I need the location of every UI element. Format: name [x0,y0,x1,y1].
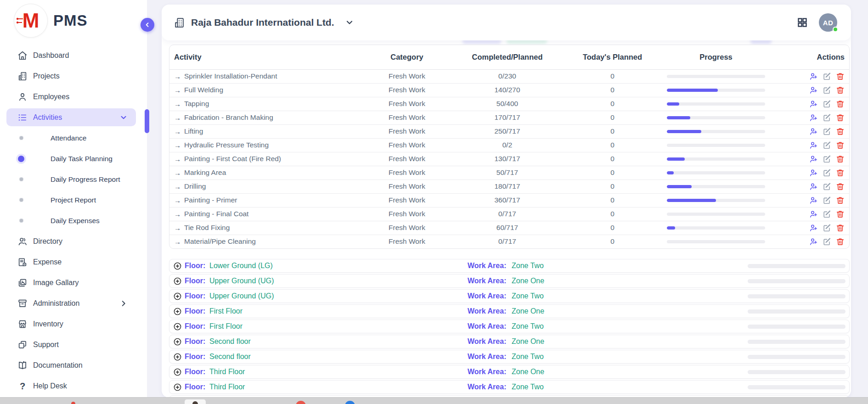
sidebar-item-dashboard[interactable]: Dashboard [0,45,147,66]
expand-plus-icon[interactable] [173,292,182,301]
activity-category: Fresh Work [359,235,455,248]
sidebar-subitem-label: Daily Expenses [51,217,100,225]
taskbar-app-icon[interactable] [185,399,206,404]
sidebar-item-employees[interactable]: Employees [0,86,147,107]
expand-plus-icon[interactable] [173,337,182,346]
floor-row: Floor: First Floor Work Area: Zone Two [169,320,850,333]
receipt-icon [17,257,28,267]
people-icon [17,236,28,247]
add-user-icon[interactable] [809,210,818,219]
bullet-dot-icon [19,177,23,181]
sidebar-collapse-button[interactable] [141,18,154,32]
delete-icon[interactable] [836,155,845,163]
sidebar-item-label: Help Desk [33,382,67,390]
sidebar-item-projects[interactable]: Projects [0,66,147,86]
sidebar-item-documentation[interactable]: Documentation [0,355,147,376]
add-user-icon[interactable] [809,196,818,205]
sidebar-item-support[interactable]: Support [0,334,147,355]
completed-planned-value: 140/270 [455,83,559,97]
delete-icon[interactable] [836,100,845,108]
edit-icon[interactable] [823,141,831,150]
windows-icon [17,340,28,350]
add-user-icon[interactable] [809,168,818,177]
delete-icon[interactable] [836,182,845,191]
edit-icon[interactable] [823,127,831,136]
add-user-icon[interactable] [809,72,818,81]
taskbar-blue-icon[interactable] [345,401,355,404]
delete-icon[interactable] [836,86,845,95]
progress-bar [667,89,765,92]
edit-icon[interactable] [823,237,831,246]
company-selector[interactable]: Raja Bahadur International Ltd. [174,17,354,28]
sidebar-item-administration[interactable]: Administration [0,293,147,314]
delete-icon[interactable] [836,196,845,205]
expand-plus-icon[interactable] [173,322,182,331]
edit-icon[interactable] [823,168,831,177]
apps-grid-icon[interactable] [797,17,808,28]
add-user-icon[interactable] [809,155,818,163]
activity-category: Fresh Work [359,180,455,193]
sidebar-item-expense[interactable]: Expense [0,252,147,272]
sidebar-subitem-project-report[interactable]: Project Report [0,190,147,210]
edit-icon[interactable] [823,72,831,81]
delete-icon[interactable] [836,224,845,232]
edit-icon[interactable] [823,210,831,219]
completed-planned-value: 0/717 [455,207,559,221]
activity-row: →Full Welding Fresh Work 140/270 0 [169,83,850,97]
progress-bar [667,240,765,243]
expand-plus-icon[interactable] [173,368,182,376]
sidebar-subitem-daily-expenses[interactable]: Daily Expenses [0,210,147,231]
add-user-icon[interactable] [809,224,818,232]
sidebar-subitem-daily-task-planning[interactable]: Daily Task Planning [0,148,147,169]
activity-row: →Hydraulic Pressure Testing Fresh Work 0… [169,138,850,152]
edit-icon[interactable] [823,113,831,122]
edit-icon[interactable] [823,86,831,95]
activity-category: Fresh Work [359,152,455,166]
expand-plus-icon[interactable] [173,277,182,286]
delete-icon[interactable] [836,127,845,136]
todays-planned-value: 0 [559,221,665,235]
sidebar-item-activities[interactable]: Activities [0,107,147,128]
book-icon [17,360,28,370]
add-user-icon[interactable] [809,237,818,246]
add-user-icon[interactable] [809,182,818,191]
activity-row: →Marking Area Fresh Work 50/717 0 [169,166,850,180]
edit-icon[interactable] [823,196,831,205]
arrow-right-icon: → [174,114,181,122]
arrow-right-icon: → [174,128,181,135]
edit-icon[interactable] [823,155,831,163]
sidebar-subitem-daily-progress-report[interactable]: Daily Progress Report [0,169,147,190]
floor-label: Floor: [185,335,205,348]
edit-icon[interactable] [823,100,831,108]
taskbar-red-icon[interactable] [296,401,306,404]
add-user-icon[interactable] [809,141,818,150]
add-user-icon[interactable] [809,86,818,95]
delete-icon[interactable] [836,210,845,219]
sidebar-item-image-gallary[interactable]: Image Gallary [0,272,147,293]
floor-row: Floor: Upper Ground (UG) Work Area: Zone… [169,274,850,288]
expand-plus-icon[interactable] [173,307,182,316]
expand-plus-icon[interactable] [173,383,182,392]
user-avatar[interactable]: AD [819,13,837,32]
sidebar-item-inventory[interactable]: Inventory [0,314,147,334]
delete-icon[interactable] [836,168,845,177]
sidebar-item-help-desk[interactable]: ? Help Desk [0,376,147,396]
sidebar-item-directory[interactable]: Directory [0,231,147,252]
floor-progress-bar [748,355,845,359]
sidebar-scrollbar-thumb[interactable] [145,109,149,133]
delete-icon[interactable] [836,113,845,122]
edit-icon[interactable] [823,182,831,191]
add-user-icon[interactable] [809,100,818,108]
expand-plus-icon[interactable] [173,262,182,270]
todays-planned-value: 0 [559,111,665,124]
add-user-icon[interactable] [809,127,818,136]
expand-plus-icon[interactable] [173,353,182,361]
delete-icon[interactable] [836,141,845,150]
delete-icon[interactable] [836,237,845,246]
sidebar-subitem-attendance[interactable]: Attendance [0,128,147,148]
delete-icon[interactable] [836,72,845,81]
edit-icon[interactable] [823,224,831,232]
add-user-icon[interactable] [809,113,818,122]
bullet-dot-icon [19,198,23,202]
floor-row: Floor: Second floor Work Area: Zone Two [169,350,850,364]
